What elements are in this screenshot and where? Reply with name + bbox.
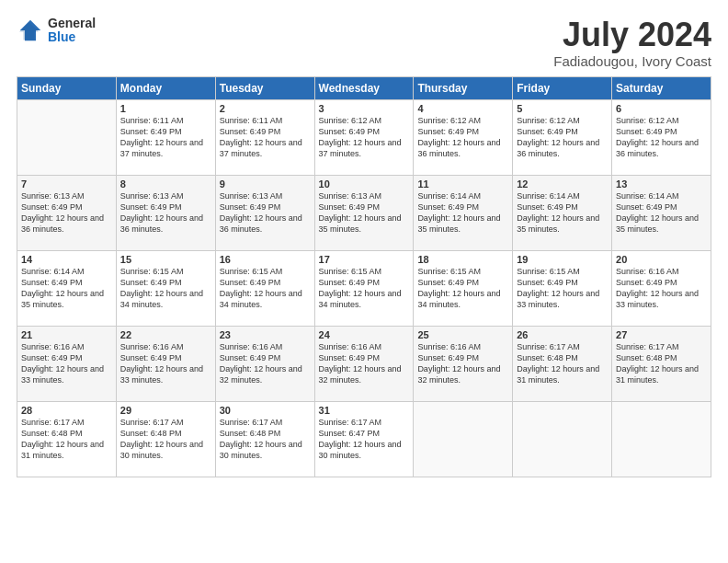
calendar-cell: 18Sunrise: 6:15 AMSunset: 6:49 PMDayligh…	[414, 250, 513, 326]
cell-info: Sunrise: 6:13 AMSunset: 6:49 PMDaylight:…	[120, 190, 211, 236]
calendar-cell: 21Sunrise: 6:16 AMSunset: 6:49 PMDayligh…	[17, 326, 117, 401]
day-number: 23	[220, 329, 311, 340]
cell-info: Sunrise: 6:16 AMSunset: 6:49 PMDaylight:…	[319, 341, 410, 386]
logo: General Blue	[17, 17, 96, 45]
title-block: July 2024 Fadiadougou, Ivory Coast	[553, 17, 711, 69]
calendar-table: SundayMondayTuesdayWednesdayThursdayFrid…	[17, 76, 711, 477]
logo-general: General	[48, 17, 96, 30]
cell-info: Sunrise: 6:12 AMSunset: 6:49 PMDaylight:…	[517, 115, 608, 160]
day-number: 17	[319, 254, 410, 265]
cell-info: Sunrise: 6:13 AMSunset: 6:49 PMDaylight:…	[21, 190, 112, 236]
day-number: 20	[616, 254, 707, 265]
day-number: 1	[120, 103, 211, 114]
day-number: 11	[417, 178, 508, 190]
cell-info: Sunrise: 6:17 AMSunset: 6:48 PMDaylight:…	[220, 417, 311, 462]
calendar-cell: 25Sunrise: 6:16 AMSunset: 6:49 PMDayligh…	[414, 326, 513, 401]
day-number: 30	[220, 405, 311, 416]
day-number: 26	[517, 329, 608, 340]
cell-info: Sunrise: 6:12 AMSunset: 6:49 PMDaylight:…	[616, 115, 707, 160]
day-number: 8	[120, 178, 211, 190]
logo-blue: Blue	[48, 30, 96, 44]
calendar-cell: 27Sunrise: 6:17 AMSunset: 6:48 PMDayligh…	[612, 326, 711, 401]
calendar-cell	[414, 401, 513, 477]
calendar-cell: 26Sunrise: 6:17 AMSunset: 6:48 PMDayligh…	[513, 326, 612, 401]
cell-info: Sunrise: 6:13 AMSunset: 6:49 PMDaylight:…	[319, 190, 410, 236]
cell-info: Sunrise: 6:11 AMSunset: 6:49 PMDaylight:…	[120, 115, 211, 160]
cell-info: Sunrise: 6:16 AMSunset: 6:49 PMDaylight:…	[417, 341, 508, 386]
calendar-cell: 1Sunrise: 6:11 AMSunset: 6:49 PMDaylight…	[116, 99, 215, 175]
cell-info: Sunrise: 6:17 AMSunset: 6:48 PMDaylight:…	[120, 417, 211, 462]
header: General Blue July 2024 Fadiadougou, Ivor…	[17, 17, 711, 69]
cell-info: Sunrise: 6:15 AMSunset: 6:49 PMDaylight:…	[417, 266, 508, 311]
calendar-cell: 6Sunrise: 6:12 AMSunset: 6:49 PMDaylight…	[612, 99, 711, 175]
day-number: 21	[21, 329, 112, 340]
cell-info: Sunrise: 6:16 AMSunset: 6:49 PMDaylight:…	[616, 266, 707, 311]
day-number: 10	[319, 178, 410, 190]
cell-info: Sunrise: 6:16 AMSunset: 6:49 PMDaylight:…	[21, 341, 112, 386]
day-number: 27	[616, 329, 707, 340]
cell-info: Sunrise: 6:16 AMSunset: 6:49 PMDaylight:…	[220, 341, 311, 386]
weekday-header-sunday: Sunday	[17, 76, 117, 99]
day-number: 13	[616, 178, 707, 190]
day-number: 5	[517, 103, 608, 114]
calendar-cell: 2Sunrise: 6:11 AMSunset: 6:49 PMDaylight…	[215, 99, 314, 175]
calendar-cell: 10Sunrise: 6:13 AMSunset: 6:49 PMDayligh…	[314, 175, 414, 250]
month-title: July 2024	[553, 17, 711, 53]
calendar-cell: 5Sunrise: 6:12 AMSunset: 6:49 PMDaylight…	[513, 99, 612, 175]
day-number: 4	[417, 103, 508, 114]
calendar-cell: 3Sunrise: 6:12 AMSunset: 6:49 PMDaylight…	[314, 99, 414, 175]
cell-info: Sunrise: 6:13 AMSunset: 6:49 PMDaylight:…	[220, 190, 311, 236]
day-number: 24	[319, 329, 410, 340]
logo-icon	[17, 17, 44, 44]
calendar-cell: 12Sunrise: 6:14 AMSunset: 6:49 PMDayligh…	[513, 175, 612, 250]
weekday-header-friday: Friday	[513, 76, 612, 99]
week-row-5: 28Sunrise: 6:17 AMSunset: 6:48 PMDayligh…	[17, 401, 711, 477]
calendar-cell: 23Sunrise: 6:16 AMSunset: 6:49 PMDayligh…	[215, 326, 314, 401]
cell-info: Sunrise: 6:16 AMSunset: 6:49 PMDaylight:…	[120, 341, 211, 386]
calendar-cell: 31Sunrise: 6:17 AMSunset: 6:47 PMDayligh…	[314, 401, 414, 477]
cell-info: Sunrise: 6:17 AMSunset: 6:48 PMDaylight:…	[616, 341, 707, 386]
calendar-cell: 14Sunrise: 6:14 AMSunset: 6:49 PMDayligh…	[17, 250, 117, 326]
location-title: Fadiadougou, Ivory Coast	[553, 53, 711, 69]
day-number: 29	[120, 405, 211, 416]
calendar-cell: 28Sunrise: 6:17 AMSunset: 6:48 PMDayligh…	[17, 401, 117, 477]
cell-info: Sunrise: 6:14 AMSunset: 6:49 PMDaylight:…	[417, 190, 508, 236]
day-number: 12	[517, 178, 608, 190]
week-row-1: 1Sunrise: 6:11 AMSunset: 6:49 PMDaylight…	[17, 99, 711, 175]
calendar-cell: 30Sunrise: 6:17 AMSunset: 6:48 PMDayligh…	[215, 401, 314, 477]
calendar-cell: 19Sunrise: 6:15 AMSunset: 6:49 PMDayligh…	[513, 250, 612, 326]
cell-info: Sunrise: 6:14 AMSunset: 6:49 PMDaylight:…	[616, 190, 707, 236]
week-row-3: 14Sunrise: 6:14 AMSunset: 6:49 PMDayligh…	[17, 250, 711, 326]
cell-info: Sunrise: 6:15 AMSunset: 6:49 PMDaylight:…	[319, 266, 410, 311]
calendar-cell: 13Sunrise: 6:14 AMSunset: 6:49 PMDayligh…	[612, 175, 711, 250]
calendar-cell	[612, 401, 711, 477]
calendar-cell: 22Sunrise: 6:16 AMSunset: 6:49 PMDayligh…	[116, 326, 215, 401]
weekday-header-saturday: Saturday	[612, 76, 711, 99]
calendar-cell: 9Sunrise: 6:13 AMSunset: 6:49 PMDaylight…	[215, 175, 314, 250]
day-number: 18	[417, 254, 508, 265]
day-number: 2	[220, 103, 311, 114]
calendar-cell: 16Sunrise: 6:15 AMSunset: 6:49 PMDayligh…	[215, 250, 314, 326]
cell-info: Sunrise: 6:17 AMSunset: 6:48 PMDaylight:…	[21, 417, 112, 462]
weekday-header-wednesday: Wednesday	[314, 76, 414, 99]
cell-info: Sunrise: 6:17 AMSunset: 6:47 PMDaylight:…	[319, 417, 410, 462]
calendar-cell: 4Sunrise: 6:12 AMSunset: 6:49 PMDaylight…	[414, 99, 513, 175]
day-number: 9	[220, 178, 311, 190]
calendar-cell: 17Sunrise: 6:15 AMSunset: 6:49 PMDayligh…	[314, 250, 414, 326]
cell-info: Sunrise: 6:15 AMSunset: 6:49 PMDaylight:…	[220, 266, 311, 311]
cell-info: Sunrise: 6:12 AMSunset: 6:49 PMDaylight:…	[417, 115, 508, 160]
cell-info: Sunrise: 6:14 AMSunset: 6:49 PMDaylight:…	[21, 266, 112, 311]
day-number: 3	[319, 103, 410, 114]
day-number: 28	[21, 405, 112, 416]
weekday-header-monday: Monday	[116, 76, 215, 99]
day-number: 7	[21, 178, 112, 190]
calendar-cell: 20Sunrise: 6:16 AMSunset: 6:49 PMDayligh…	[612, 250, 711, 326]
cell-info: Sunrise: 6:14 AMSunset: 6:49 PMDaylight:…	[517, 190, 608, 236]
calendar-cell: 8Sunrise: 6:13 AMSunset: 6:49 PMDaylight…	[116, 175, 215, 250]
day-number: 19	[517, 254, 608, 265]
cell-info: Sunrise: 6:15 AMSunset: 6:49 PMDaylight:…	[120, 266, 211, 311]
weekday-header-row: SundayMondayTuesdayWednesdayThursdayFrid…	[17, 76, 711, 99]
calendar-cell: 11Sunrise: 6:14 AMSunset: 6:49 PMDayligh…	[414, 175, 513, 250]
cell-info: Sunrise: 6:11 AMSunset: 6:49 PMDaylight:…	[220, 115, 311, 160]
cell-info: Sunrise: 6:17 AMSunset: 6:48 PMDaylight:…	[517, 341, 608, 386]
